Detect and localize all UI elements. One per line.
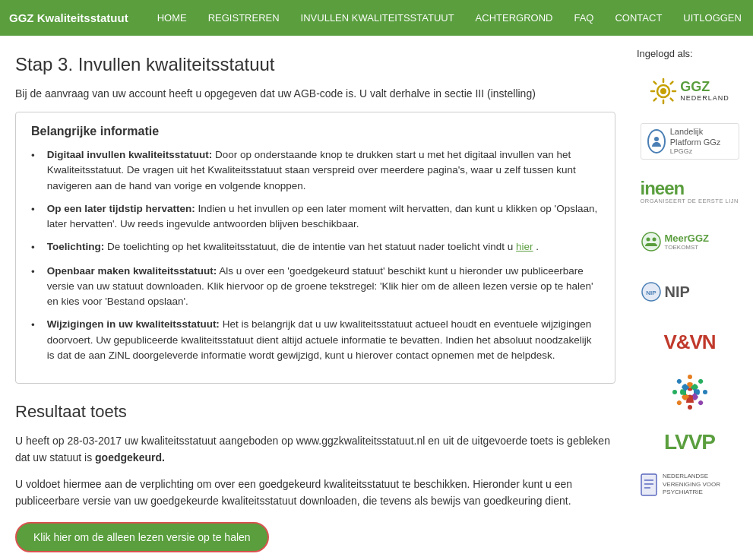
nav-achtergrond[interactable]: ACHTERGROND: [465, 0, 564, 36]
list-item-openbaar-label: Openbaar maken kwaliteitsstatuut:: [47, 265, 217, 277]
list-item-wijzigingen-text: Wijzigingen in uw kwaliteitsstatuut: Het…: [47, 317, 600, 363]
nvvp-icon: [640, 473, 658, 497]
list-item-toelichting: Toelichting: De toelichting op het kwali…: [31, 239, 600, 255]
page-wrapper: Stap 3. Invullen kwaliteitsstatuut Bij d…: [0, 36, 753, 560]
svg-point-9: [688, 375, 692, 379]
intro-text: Bij de aanvraag van uw account heeft u o…: [15, 87, 615, 100]
logo-meerggz: MeerGGZ toekomst: [637, 222, 742, 261]
gear-icon: [650, 78, 677, 105]
sidebar: Ingelogd als: GGZ NEDERLAND: [631, 36, 748, 560]
snowflake-icon: [663, 365, 717, 419]
nip-icon: NIP: [641, 281, 662, 302]
list-item-later-label: Op een later tijdstip hervatten:: [47, 203, 195, 214]
meerggz-icon: [641, 231, 662, 252]
result-text1: U heeft op 28-03-2017 uw kwaliteitsstatu…: [15, 432, 615, 467]
svg-point-10: [697, 378, 703, 384]
list-item-wijzigingen-label: Wijzigingen in uw kwaliteitsstatuut:: [47, 318, 220, 330]
brand-name[interactable]: GGZ Kwaliteitsstatuut: [9, 11, 128, 24]
logo-nip: NIP NIP: [637, 272, 742, 312]
page-title: Stap 3. Invullen kwaliteitsstatuut: [15, 54, 615, 75]
nav-registreren[interactable]: REGISTREREN: [198, 0, 290, 36]
svg-point-5: [652, 238, 656, 242]
list-item-later-text: Op een later tijdstip hervatten: Indien …: [47, 201, 600, 233]
lpggz-inner-icon: [650, 134, 663, 148]
logo-lvvp: LVVP: [637, 422, 742, 462]
list-item-digitaal-text: Digitaal invullen kwaliteitsstatuut: Doo…: [47, 147, 600, 194]
list-item-openbaar: Openbaar maken kwaliteitsstatuut: Als u …: [31, 264, 600, 310]
list-item-toelichting-text: Toelichting: De toelichting op het kwali…: [47, 239, 539, 255]
list-item-openbaar-text: Openbaar maken kwaliteitsstatuut: Als u …: [47, 264, 600, 310]
svg-rect-17: [641, 474, 657, 495]
list-item-digitaal: Digitaal invullen kwaliteitsstatuut: Doo…: [31, 147, 600, 194]
main-nav: GGZ Kwaliteitsstatuut HOME REGISTREREN I…: [0, 0, 753, 36]
logo-ggz-nederland: GGZ NEDERLAND: [637, 71, 742, 111]
nav-uitloggen[interactable]: UITLOGGEN: [672, 0, 752, 36]
lpggz-circle-icon: [647, 129, 666, 153]
svg-point-3: [642, 233, 660, 251]
logo-lpggz: Landelijk Platform GGz LPGGz: [637, 122, 742, 161]
list-item-later: Op een later tijdstip hervatten: Indien …: [31, 201, 600, 233]
logo-vvn: V&VN: [637, 322, 742, 362]
main-content: Stap 3. Invullen kwaliteitsstatuut Bij d…: [0, 36, 631, 560]
logo-snowflake: [637, 372, 742, 412]
info-box-title: Belangrijke informatie: [31, 125, 600, 138]
result-title: Resultaat toets: [15, 402, 615, 422]
toelichting-link[interactable]: hier: [516, 241, 533, 252]
result-text2: U voldoet hiermee aan de verplichting om…: [15, 476, 615, 510]
nav-home[interactable]: HOME: [147, 0, 198, 36]
nav-contact[interactable]: CONTACT: [604, 0, 672, 36]
nav-faq[interactable]: FAQ: [563, 0, 604, 36]
svg-point-1: [660, 88, 666, 94]
list-item-digitaal-label: Digitaal invullen kwaliteitsstatuut:: [47, 149, 213, 160]
svg-point-11: [703, 390, 707, 394]
nav-invullen[interactable]: INVULLEN KWALITEITSSTATUUT: [290, 0, 465, 36]
list-item-toelichting-label: Toelichting:: [47, 241, 105, 252]
list-item-wijzigingen: Wijzigingen in uw kwaliteitsstatuut: Het…: [31, 317, 600, 363]
sidebar-inlogd-label: Ingelogd als:: [637, 48, 742, 59]
svg-point-4: [646, 238, 650, 242]
svg-point-2: [654, 137, 659, 141]
nav-items: HOME REGISTREREN INVULLEN KWALITEITSSTAT…: [147, 0, 752, 36]
svg-point-13: [688, 405, 692, 410]
info-box: Belangrijke informatie Digitaal invullen…: [15, 112, 615, 384]
logo-ineen: ineen organiseert de eerste lijn: [637, 172, 742, 211]
logo-nvvp: NEDERLANDSE VERENIGING VOOR PSYCHIATRIE: [637, 473, 742, 497]
info-box-list: Digitaal invullen kwaliteitsstatuut: Doo…: [31, 147, 600, 363]
svg-point-12: [697, 400, 703, 406]
svg-point-16: [675, 378, 682, 384]
svg-point-14: [675, 400, 682, 406]
cta-download-button[interactable]: Klik hier om de alleen lezen versie op t…: [15, 522, 269, 552]
svg-text:NIP: NIP: [646, 289, 657, 296]
svg-point-15: [672, 390, 677, 394]
